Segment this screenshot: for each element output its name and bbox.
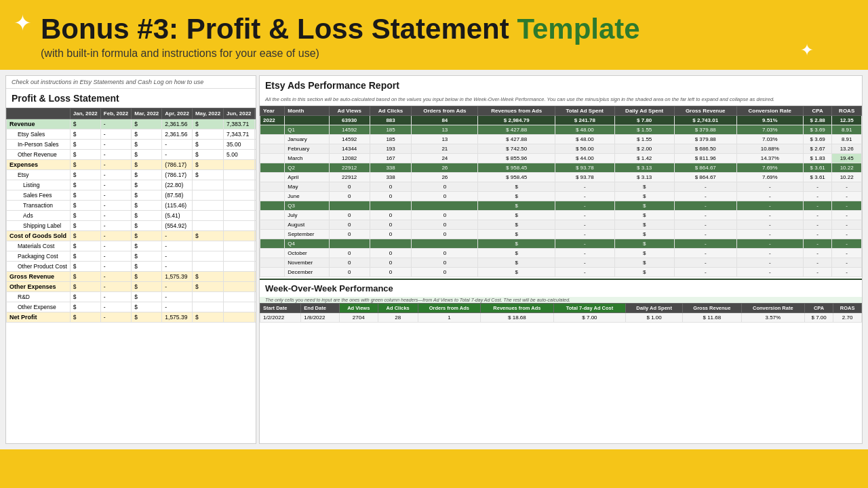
other-product-cost-row: Other Product Cost $-$- [7, 262, 257, 272]
august-row: August 000 $-$ ---- [260, 220, 862, 229]
week-instruction: The only cells you need to input are the… [260, 297, 862, 303]
week-table: Start Date End Date Ad Views Ad Clicks O… [260, 303, 862, 323]
other-revenue-row: Other Revenue $-$-$5.00$ 5.00 [7, 150, 257, 160]
packaging-cost-row: Packaging Cost $-$- [7, 251, 257, 262]
week-data-row: 1/2/2022 1/8/2022 2704 28 1 $ 18.68 $ 7.… [260, 312, 862, 322]
etsy-sales-row: Etsy Sales $-$2,361.56$7,343.71$ $ 12,39… [7, 129, 257, 140]
july-row: July 000 $-$ ---- [260, 210, 862, 220]
february-row: February 1434419321 $ 742.50$ 56.00$ 2.0… [260, 144, 862, 153]
september-row: September 000 $-$ ---- [260, 229, 862, 239]
march-row: March 1208216724 $ 855.96$ 44.00$ 1.42 $… [260, 153, 862, 163]
june-row: June 000 $-$ ---- [260, 191, 862, 201]
ads-header-row: Year Month Ad Views Ad Clicks Orders fro… [260, 106, 862, 115]
etsy-expense-row: Etsy $-$(786.17)$ [7, 170, 257, 180]
year-2022-row: 2022 6393088384 $ 2,984.79$ 241.78$ 7.80… [260, 115, 862, 125]
net-profit-row: Net Profit $-$1,575.39$ [7, 312, 257, 323]
week-title: Week-Over-Week Performance [260, 279, 862, 297]
ads-instruction: All the cells in this section will be au… [260, 95, 862, 106]
q4-row: Q4 $-$ ---- [260, 239, 862, 248]
materials-cost-row: Materials Cost $-$- [7, 241, 257, 251]
instruction-text: Check out instructions in Etsy Statement… [6, 76, 256, 89]
revenue-header-row: Revenue $-$2,361.56$7,383.71$ $ 12,438.8… [7, 119, 257, 129]
ads-row: Ads $-$(5.41) [7, 211, 257, 221]
rd-row: R&D $-$- [7, 292, 257, 302]
q3-row: Q3 $-$ ---- [260, 201, 862, 210]
header-subtitle: (with built-in formula and instructions … [41, 47, 827, 60]
q2-row: Q2 2291233826 $ 958.45$ 93.78$ 3.13 $ 86… [260, 163, 862, 172]
shipping-label-row: Shipping Label $-$(554.92) [7, 221, 257, 231]
week-header-row: Start Date End Date Ad Views Ad Clicks O… [260, 303, 862, 312]
ads-title: Etsy Ads Performance Report [260, 76, 862, 95]
october-row: October 000 $-$ ---- [260, 248, 862, 258]
sales-fees-row: Sales Fees $-$(87.58) [7, 190, 257, 201]
star-top-right: ✦ [800, 41, 814, 60]
transaction-row: Transaction $-$(115.46) [7, 201, 257, 211]
december-row: December 000 $-$ ---- [260, 267, 862, 277]
november-row: November 000 $-$ ---- [260, 258, 862, 267]
listing-row: Listing $-$(22.80) [7, 180, 257, 190]
pnl-table: Jan, 2022 Feb, 2022 Mar, 2022 Apr, 2022 … [6, 108, 256, 323]
ads-panel: Etsy Ads Performance Report All the cell… [259, 75, 863, 444]
star-top-left: ✦ [14, 10, 32, 36]
header-title: Bonus #3: Profit & Loss Statement Templa… [41, 14, 827, 45]
ads-table: Year Month Ad Views Ad Clicks Orders fro… [260, 106, 862, 277]
header-section: ✦ Bonus #3: Profit & Loss Statement Temp… [0, 0, 868, 70]
q1-row: Q1 1459218513 $ 427.88$ 48.00$ 1.55 $ 37… [260, 125, 862, 134]
pnl-title: Profit & Loss Statement [6, 89, 256, 108]
expenses-header-row: Expenses $-$(786.17)$ [7, 160, 257, 170]
cogs-header-row: Cost of Goods Sold $-$-$ [7, 231, 257, 241]
gross-revenue-row: Gross Revenue $-$1,575.39$ [7, 272, 257, 282]
january-row: January 1459218513 $ 427.88$ 48.00$ 1.55… [260, 134, 862, 144]
april-row: April 2291233826 $ 958.45$ 93.78$ 3.13 $… [260, 172, 862, 182]
pnl-header-row: Jan, 2022 Feb, 2022 Mar, 2022 Apr, 2022 … [7, 108, 257, 119]
inperson-sales-row: In-Person Sales $-$-$35.00$ 35.00 [7, 140, 257, 150]
may-row: May 000 $-$ ---- [260, 182, 862, 191]
other-expense-row: Other Expense $-$- [7, 302, 257, 312]
pnl-panel: Check out instructions in Etsy Statement… [5, 75, 256, 444]
other-expenses-header-row: Other Expenses $-$-$ [7, 282, 257, 292]
